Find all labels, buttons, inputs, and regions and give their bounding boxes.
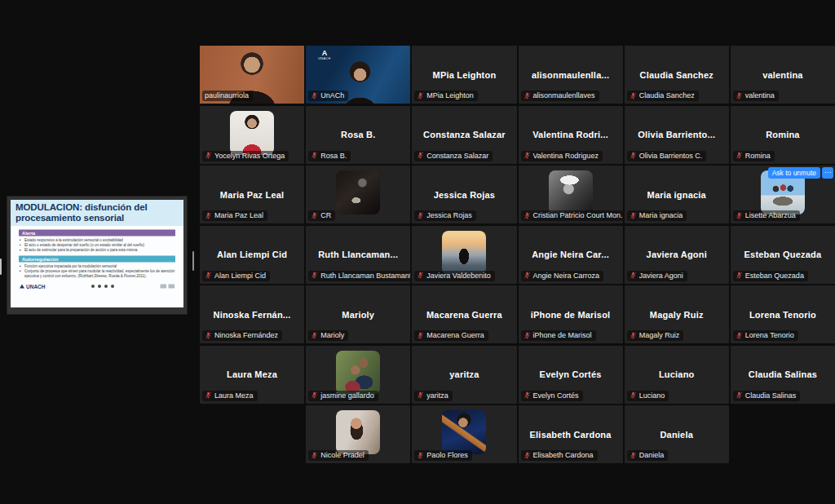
- participant-label-pill: Lorena Tenorio: [733, 330, 798, 341]
- participant-label-pill: Claudia Sanchez: [627, 91, 699, 101]
- participant-label-text: Paolo Flores: [426, 451, 468, 459]
- participant-tile[interactable]: Elisabeth Cardona A UNACH Ask to unmute …: [519, 405, 623, 463]
- presentation-slide: MODULACION: disfunción del procesamiento…: [11, 200, 183, 307]
- participant-tile[interactable]: Laura Meza A UNACH Ask to unmute ⋯ Laura…: [200, 346, 304, 404]
- instagram-icon: [104, 285, 108, 288]
- muted-mic-icon: [205, 332, 212, 339]
- participant-label-pill: Javiera Agoni: [627, 271, 687, 281]
- participant-label-text: Jessica Rojas: [426, 211, 472, 219]
- participant-tile[interactable]: Ninoska Fernán... A UNACH Ask to unmute …: [200, 285, 304, 343]
- participant-label-text: paulinaurriola: [205, 91, 249, 99]
- participant-avatar: [442, 410, 486, 454]
- participant-tile[interactable]: Angie Neira Car... A UNACH Ask to unmute…: [519, 226, 623, 284]
- participant-tile[interactable]: iPhone de Marisol A UNACH Ask to unmute …: [519, 285, 623, 343]
- participant-grid: paulinaurriola A UNACH Ask to unmute ⋯ p…: [200, 46, 835, 463]
- participant-tile[interactable]: Magaly Ruiz A UNACH Ask to unmute ⋯ Maga…: [625, 285, 729, 343]
- participant-label-pill: Evelyn Cortés: [521, 391, 583, 401]
- participant-tile[interactable]: Daniela A UNACH Ask to unmute ⋯ Daniela: [625, 405, 729, 463]
- participant-tile[interactable]: Ruth Llancaman... A UNACH Ask to unmute …: [306, 226, 410, 284]
- muted-mic-icon: [630, 212, 637, 219]
- participant-tile[interactable]: alisonmaulenlla... A UNACH Ask to unmute…: [519, 46, 623, 104]
- participant-tile[interactable]: Nicole Pradel A UNACH Ask to unmute ⋯ Ni…: [306, 405, 410, 463]
- slide-section-heading: Autorregulación: [19, 255, 175, 262]
- participant-label-text: UnACh: [320, 91, 344, 99]
- participant-tile[interactable]: Macarena Guerra A UNACH Ask to unmute ⋯ …: [412, 285, 516, 343]
- participant-tile[interactable]: paulinaurriola A UNACH Ask to unmute ⋯ p…: [200, 46, 304, 104]
- participant-tile[interactable]: yaritza A UNACH Ask to unmute ⋯ yaritza: [412, 346, 516, 404]
- participant-avatar: [336, 351, 380, 395]
- participant-label-pill: Ninoska Fernández: [202, 330, 282, 341]
- unach-slide-logo: UNACH: [20, 283, 45, 290]
- muted-mic-icon: [417, 152, 424, 159]
- slide-bullet: Conjunto de procesos que sirven para mod…: [24, 269, 175, 279]
- participant-tile[interactable]: UnACh A UNACH Ask to unmute ⋯ UnACh: [306, 46, 410, 104]
- participant-label-text: Alan Liempi Cid: [214, 272, 266, 280]
- participant-tile[interactable]: Paolo Flores A UNACH Ask to unmute ⋯ Pao…: [412, 405, 516, 463]
- participant-tile[interactable]: Maria Paz Leal A UNACH Ask to unmute ⋯ M…: [200, 166, 304, 223]
- ask-to-unmute-button[interactable]: Ask to unmute: [768, 167, 820, 179]
- participant-tile[interactable]: Evelyn Cortés A UNACH Ask to unmute ⋯ Ev…: [519, 346, 623, 404]
- participant-tile[interactable]: Yocelyn Rivas Ortega A UNACH Ask to unmu…: [200, 106, 304, 164]
- muted-mic-icon: [736, 212, 743, 219]
- accreditation-logo-icon: [160, 285, 166, 289]
- participant-tile[interactable]: Lorena Tenorio A UNACH Ask to unmute ⋯ L…: [731, 285, 835, 343]
- participant-label-text: Daniela: [639, 451, 665, 459]
- muted-mic-icon: [417, 212, 424, 219]
- participant-tile[interactable]: Maria ignacia A UNACH Ask to unmute ⋯ Ma…: [625, 166, 729, 223]
- participant-label-pill: Paolo Flores: [414, 450, 472, 461]
- university-seal-icon: [168, 285, 175, 289]
- participant-tile[interactable]: CR A UNACH Ask to unmute ⋯ CR: [306, 166, 410, 223]
- unach-logo-mark: A: [318, 50, 330, 57]
- slide-bullet: Función ejecutiva impactada por la modul…: [24, 263, 175, 268]
- slide-bullet: El acto de estimular para la preparación…: [24, 248, 175, 253]
- slide-footer: UNACH: [19, 283, 175, 290]
- participant-tile[interactable]: Claudia Salinas A UNACH Ask to unmute ⋯ …: [731, 346, 835, 404]
- more-options-button[interactable]: ⋯: [822, 167, 833, 179]
- participant-tile[interactable]: Jessica Rojas A UNACH Ask to unmute ⋯ Je…: [412, 166, 516, 223]
- participant-tile[interactable]: Esteban Quezada A UNACH Ask to unmute ⋯ …: [731, 226, 835, 284]
- slide-section-heading: Alerta: [19, 229, 175, 236]
- scrollbar-handle[interactable]: [192, 251, 194, 271]
- unach-slide-logo-text: UNACH: [26, 283, 45, 290]
- participant-label-text: Lisette Abarzua: [745, 211, 796, 219]
- slide-body: Alerta Estado responsivo a la estimulaci…: [11, 226, 183, 290]
- participant-tile[interactable]: Romina A UNACH Ask to unmute ⋯ Romina: [731, 106, 835, 164]
- participant-tile[interactable]: Javiera Valdebenito A UNACH Ask to unmut…: [412, 226, 516, 284]
- participant-tile[interactable]: Cristian Patricio Court Mon... A UNACH A…: [519, 166, 623, 223]
- slide-title: MODULACION: disfunción del procesamiento…: [11, 200, 183, 226]
- participant-tile[interactable]: Alan Liempi Cid A UNACH Ask to unmute ⋯ …: [200, 226, 304, 284]
- muted-mic-icon: [205, 152, 212, 159]
- participant-tile[interactable]: Javiera Agoni A UNACH Ask to unmute ⋯ Ja…: [625, 226, 729, 284]
- participant-label-text: MPia Leighton: [426, 91, 474, 99]
- participant-label-pill: Romina: [733, 151, 775, 161]
- participant-tile[interactable]: Marioly A UNACH Ask to unmute ⋯ Marioly: [306, 285, 410, 343]
- participant-label-text: Claudia Salinas: [745, 391, 797, 400]
- participant-label-text: Luciano: [639, 391, 665, 400]
- participant-tile[interactable]: Rosa B. A UNACH Ask to unmute ⋯ Rosa B.: [306, 106, 410, 164]
- participant-label-text: Maria Paz Leal: [214, 211, 263, 219]
- participant-label-pill: paulinaurriola: [202, 91, 253, 101]
- participant-label-pill: Esteban Quezada: [733, 271, 808, 281]
- muted-mic-icon: [630, 92, 637, 99]
- participant-tile[interactable]: jasmine gallardo A UNACH Ask to unmute ⋯…: [306, 346, 410, 404]
- muted-mic-icon: [524, 332, 531, 339]
- participant-label-text: Lorena Tenorio: [745, 331, 794, 339]
- participant-tile[interactable]: Constanza Salazar A UNACH Ask to unmute …: [412, 106, 516, 164]
- participant-tile[interactable]: Claudia Sanchez A UNACH Ask to unmute ⋯ …: [625, 46, 729, 104]
- participant-label-pill: Macarena Guerra: [414, 330, 488, 341]
- shared-screen-window[interactable]: MODULACION: disfunción del procesamiento…: [7, 196, 188, 315]
- participant-label-pill: Yocelyn Rivas Ortega: [202, 151, 289, 161]
- participant-tile[interactable]: Lisette Abarzua A UNACH Ask to unmute ⋯ …: [731, 166, 835, 223]
- muted-mic-icon: [524, 391, 531, 399]
- muted-mic-icon: [205, 391, 212, 399]
- muted-mic-icon: [311, 92, 318, 99]
- participant-label-pill: Daniela: [627, 450, 669, 461]
- participant-label-text: Ruth Llancaman Bustamante: [320, 272, 410, 280]
- participant-tile[interactable]: valentina A UNACH Ask to unmute ⋯ valent…: [731, 46, 835, 104]
- participant-tile[interactable]: Olivia Barriento... A UNACH Ask to unmut…: [625, 106, 729, 164]
- participant-tile[interactable]: Valentina Rodri... A UNACH Ask to unmute…: [519, 106, 623, 164]
- participant-tile[interactable]: Luciano A UNACH Ask to unmute ⋯ Luciano: [625, 346, 729, 404]
- participant-tile[interactable]: MPia Leighton A UNACH Ask to unmute ⋯ MP…: [412, 46, 516, 104]
- window-edge-handle[interactable]: [0, 259, 2, 275]
- muted-mic-icon: [630, 391, 637, 399]
